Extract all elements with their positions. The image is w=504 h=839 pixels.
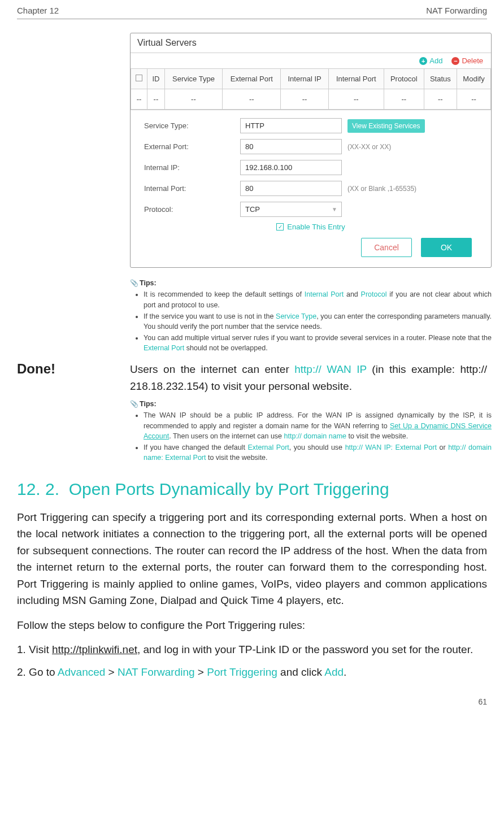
delete-button[interactable]: − Delete [451,56,483,65]
table-row: -- -- -- -- -- -- -- -- -- [131,89,491,110]
panel-toolbar: + Add − Delete [131,53,491,68]
cancel-button[interactable]: Cancel [361,238,412,257]
panel-title: Virtual Servers [131,33,491,53]
paperclip-icon [130,279,140,287]
enable-entry-checkbox[interactable]: ✓ Enable This Entry [144,223,477,231]
col-protocol: Protocol [384,69,424,89]
service-type-label: Service Type: [144,121,240,130]
add-label: Add [429,56,442,65]
chapter-label: Chapter 12 [17,6,59,15]
step-item: 1. Visit http://tplinkwifi.net, and log … [17,641,487,658]
section-paragraph: Follow the steps below to configure the … [17,617,487,633]
internal-ip-label: Internal IP: [144,163,240,172]
step-list: 1. Visit http://tplinkwifi.net, and log … [17,641,487,680]
tips-heading: Tips: [140,279,157,287]
checkbox-icon[interactable] [136,75,142,81]
col-check [131,69,147,89]
table-header-row: ID Service Type External Port Internal I… [131,69,491,89]
col-service-type: Service Type [164,69,223,89]
chapter-title: NAT Forwarding [426,6,487,15]
ok-button[interactable]: OK [421,238,472,257]
done-label: Done! [17,361,130,377]
tip-item: You can add multiple virtual server rule… [144,333,492,353]
enable-label: Enable This Entry [287,223,345,231]
entry-form: Service Type: View Existing Services Ext… [131,110,491,267]
tplink-url-link[interactable]: http://tplinkwifi.net [52,644,137,655]
col-internal-port: Internal Port [328,69,384,89]
paperclip-icon [130,400,140,408]
step-item: 2. Go to Advanced > NAT Forwarding > Por… [17,664,487,680]
page-header: Chapter 12 NAT Forwarding [17,0,487,19]
section-paragraph: Port Triggering can specify a triggering… [17,509,487,609]
servers-table: ID Service Type External Port Internal I… [131,68,491,110]
section-title: Open Ports Dynamically by Port Triggerin… [69,480,389,498]
col-internal-ip: Internal IP [281,69,328,89]
tip-item: It is recommended to keep the default se… [144,289,492,310]
done-text: Users on the internet can enter http:// … [130,361,487,394]
tip-item: If the service you want to use is not in… [144,311,492,332]
tip-item: If you have changed the default External… [144,442,492,463]
check-icon: ✓ [276,223,284,231]
tips-block-1: Tips: It is recommended to keep the defa… [130,278,492,353]
page-number: 61 [17,697,487,706]
done-row: Done! Users on the internet can enter ht… [17,361,487,394]
internal-port-hint: (XX or Blank ,1-65535) [347,185,416,193]
view-existing-button[interactable]: View Existing Services [347,119,425,133]
delete-label: Delete [462,56,483,65]
col-external-port: External Port [223,69,281,89]
section-number: 12. 2. [17,480,59,498]
internal-port-input[interactable] [240,181,342,196]
col-modify: Modify [457,69,490,89]
service-type-input[interactable] [240,118,342,133]
external-port-hint: (XX-XX or XX) [347,143,391,151]
protocol-label: Protocol: [144,205,240,214]
section-heading: 12. 2. Open Ports Dynamically by Port Tr… [17,480,487,499]
protocol-select[interactable] [240,202,342,217]
tips-block-2: Tips: The WAN IP should be a public IP a… [130,399,492,463]
virtual-servers-figure: Virtual Servers + Add − Delete ID Servic… [130,33,487,268]
virtual-servers-panel: Virtual Servers + Add − Delete ID Servic… [130,33,492,268]
col-status: Status [424,69,457,89]
minus-icon: − [451,57,459,65]
tips-heading: Tips: [140,400,157,408]
plus-icon: + [419,57,427,65]
external-port-label: External Port: [144,142,240,151]
external-port-input[interactable] [240,139,342,154]
add-button[interactable]: + Add [419,56,442,65]
col-id: ID [147,69,164,89]
internal-ip-input[interactable] [240,160,342,175]
tip-item: The WAN IP should be a public IP address… [144,410,492,441]
internal-port-label: Internal Port: [144,184,240,193]
